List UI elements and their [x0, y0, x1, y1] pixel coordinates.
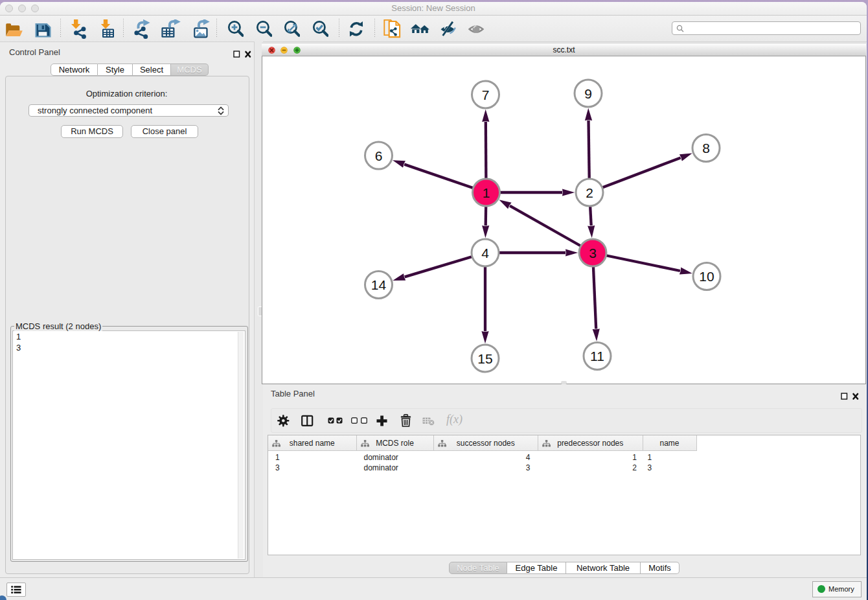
svg-text:3: 3 — [589, 246, 597, 260]
svg-text:10: 10 — [699, 269, 714, 284]
svg-text:1: 1 — [483, 185, 490, 200]
svg-text:4: 4 — [481, 246, 489, 260]
svg-text:7: 7 — [482, 87, 490, 102]
svg-text:11: 11 — [590, 349, 604, 363]
svg-text:9: 9 — [584, 86, 592, 101]
svg-text:2: 2 — [586, 185, 593, 200]
svg-text:15: 15 — [477, 351, 492, 366]
svg-text:6: 6 — [375, 148, 383, 163]
svg-text:14: 14 — [371, 277, 387, 292]
svg-text:8: 8 — [702, 141, 710, 156]
